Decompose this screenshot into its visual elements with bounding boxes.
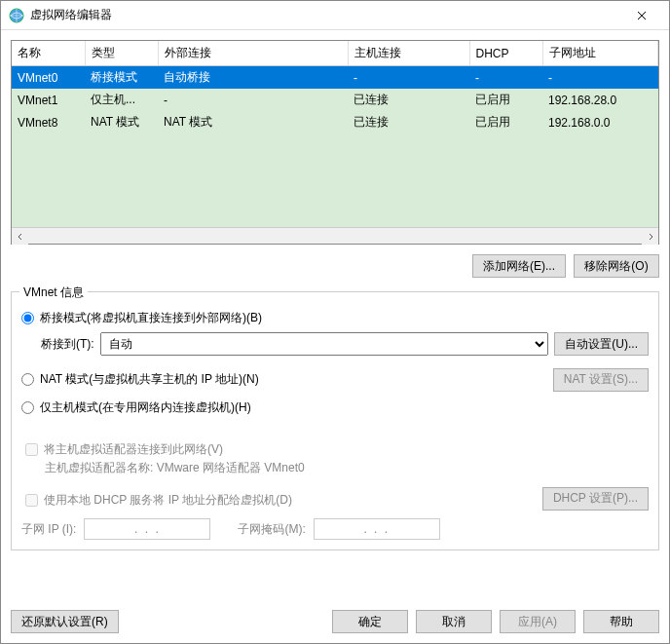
cell-type: NAT 模式 <box>85 111 158 133</box>
table-row[interactable]: VMnet0桥接模式自动桥接--- <box>12 66 658 90</box>
ok-button[interactable]: 确定 <box>332 610 408 633</box>
help-button[interactable]: 帮助 <box>583 610 659 633</box>
cell-dhcp: 已启用 <box>469 111 542 133</box>
subnet-mask-label: 子网掩码(M): <box>238 521 305 538</box>
auto-settings-button[interactable]: 自动设置(U)... <box>554 332 649 356</box>
network-action-buttons: 添加网络(E)... 移除网络(O) <box>11 254 659 278</box>
hostonly-radio-label: 仅主机模式(在专用网络内连接虚拟机)(H) <box>40 399 251 416</box>
dhcp-label: 使用本地 DHCP 服务将 IP 地址分配给虚拟机(D) <box>44 492 292 509</box>
cancel-button[interactable]: 取消 <box>416 610 492 633</box>
cell-subnet: 192.168.28.0 <box>542 89 658 111</box>
cell-subnet: 192.168.0.0 <box>542 111 658 133</box>
table-row[interactable]: VMnet1仅主机...-已连接已启用192.168.28.0 <box>12 89 658 111</box>
hostonly-mode-option[interactable]: 仅主机模式(在专用网络内连接虚拟机)(H) <box>21 399 649 416</box>
scroll-track[interactable] <box>28 228 642 244</box>
col-subnet[interactable]: 子网地址 <box>542 41 658 66</box>
cell-host: 已连接 <box>348 111 469 133</box>
host-adapter-label: 将主机虚拟适配器连接到此网络(V) <box>44 441 223 458</box>
nat-radio-label: NAT 模式(与虚拟机共享主机的 IP 地址)(N) <box>40 371 259 388</box>
nat-settings-button: NAT 设置(S)... <box>553 368 649 392</box>
app-icon <box>9 8 24 23</box>
horizontal-scrollbar[interactable] <box>12 227 658 244</box>
cell-name: VMnet0 <box>12 66 85 90</box>
nat-mode-option[interactable]: NAT 模式(与虚拟机共享主机的 IP 地址)(N) <box>21 371 259 388</box>
dialog-footer: 还原默认设置(R) 确定 取消 应用(A) 帮助 <box>1 600 669 643</box>
col-external[interactable]: 外部连接 <box>158 41 348 66</box>
remove-network-button[interactable]: 移除网络(O) <box>574 254 659 278</box>
cell-type: 仅主机... <box>85 89 158 111</box>
network-table-container: 名称 类型 外部连接 主机连接 DHCP 子网地址 VMnet0桥接模式自动桥接… <box>11 40 659 245</box>
network-table: 名称 类型 外部连接 主机连接 DHCP 子网地址 VMnet0桥接模式自动桥接… <box>12 41 658 133</box>
titlebar: 虚拟网络编辑器 <box>1 1 669 30</box>
scroll-left-button[interactable] <box>12 228 28 245</box>
dhcp-option: 使用本地 DHCP 服务将 IP 地址分配给虚拟机(D) <box>25 492 292 509</box>
group-legend: VMnet 信息 <box>19 284 88 301</box>
scroll-right-button[interactable] <box>642 228 658 245</box>
bridge-to-select[interactable]: 自动 <box>100 332 549 356</box>
col-dhcp[interactable]: DHCP <box>469 41 542 66</box>
dhcp-checkbox <box>25 494 38 507</box>
table-row[interactable]: VMnet8NAT 模式NAT 模式已连接已启用192.168.0.0 <box>12 111 658 133</box>
bridge-to-row: 桥接到(T): 自动 自动设置(U)... <box>41 332 649 356</box>
close-button[interactable] <box>622 2 661 29</box>
cell-name: VMnet8 <box>12 111 85 133</box>
table-header-row: 名称 类型 外部连接 主机连接 DHCP 子网地址 <box>12 41 658 66</box>
col-type[interactable]: 类型 <box>85 41 158 66</box>
content-area: 名称 类型 外部连接 主机连接 DHCP 子网地址 VMnet0桥接模式自动桥接… <box>1 30 669 600</box>
bridge-radio-label: 桥接模式(将虚拟机直接连接到外部网络)(B) <box>40 310 262 326</box>
virtual-network-editor-window: 虚拟网络编辑器 名称 类型 外部连接 主机连接 DHCP 子网地址 <box>0 0 670 644</box>
restore-defaults-button[interactable]: 还原默认设置(R) <box>11 610 119 633</box>
subnet-mask-input: . . . <box>314 518 440 540</box>
hostonly-radio[interactable] <box>21 401 34 414</box>
bridge-radio[interactable] <box>21 312 34 324</box>
cell-dhcp: - <box>469 66 542 90</box>
subnet-row: 子网 IP (I): . . . 子网掩码(M): . . . <box>21 518 649 540</box>
bridge-mode-option[interactable]: 桥接模式(将虚拟机直接连接到外部网络)(B) <box>21 310 649 326</box>
adapter-name-text: 主机虚拟适配器名称: VMware 网络适配器 VMnet0 <box>45 460 649 476</box>
dhcp-settings-button: DHCP 设置(P)... <box>542 487 649 511</box>
cell-dhcp: 已启用 <box>469 89 542 111</box>
host-adapter-checkbox <box>25 443 38 456</box>
vmnet-info-group: VMnet 信息 桥接模式(将虚拟机直接连接到外部网络)(B) 桥接到(T): … <box>11 291 659 550</box>
add-network-button[interactable]: 添加网络(E)... <box>472 254 566 278</box>
cell-type: 桥接模式 <box>85 66 158 90</box>
cell-name: VMnet1 <box>12 89 85 111</box>
host-adapter-option: 将主机虚拟适配器连接到此网络(V) <box>25 441 649 458</box>
cell-ext: NAT 模式 <box>158 111 348 133</box>
window-title: 虚拟网络编辑器 <box>30 7 622 23</box>
cell-host: - <box>348 66 469 90</box>
cell-ext: - <box>158 89 348 111</box>
nat-radio[interactable] <box>21 373 34 386</box>
col-name[interactable]: 名称 <box>12 41 85 66</box>
bridge-to-label: 桥接到(T): <box>41 336 94 353</box>
cell-subnet: - <box>542 66 658 90</box>
subnet-ip-input: . . . <box>84 518 210 540</box>
cell-ext: 自动桥接 <box>158 66 348 90</box>
apply-button: 应用(A) <box>500 610 576 633</box>
cell-host: 已连接 <box>348 89 469 111</box>
col-host[interactable]: 主机连接 <box>348 41 469 66</box>
subnet-ip-label: 子网 IP (I): <box>21 521 76 538</box>
